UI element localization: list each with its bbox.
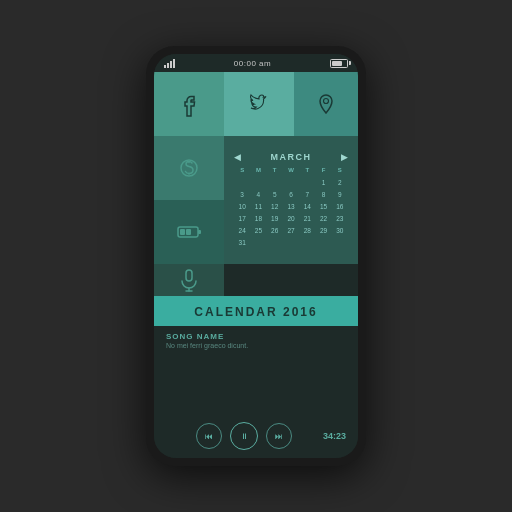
calendar-banner-text: CALENDAR 2016 (194, 305, 317, 319)
svg-rect-5 (198, 230, 201, 234)
next-button[interactable]: ⏭ (266, 423, 292, 449)
next-icon: ⏭ (275, 432, 283, 441)
calendar-widget: ◀ MARCH ▶ S M T W T F S (228, 150, 354, 251)
battery-icon (330, 59, 348, 68)
signal-icon (164, 58, 175, 68)
player-controls: ⏮ ⏸ ⏭ (166, 422, 323, 450)
app-grid: ◀ MARCH ▶ S M T W T F S (154, 72, 358, 296)
cal-month-label: MARCH (271, 152, 312, 162)
battery-cell (154, 200, 224, 264)
twitter-cell[interactable] (224, 72, 294, 136)
cal-row-1: 1 2 (234, 177, 348, 188)
battery-status-icon (173, 216, 205, 248)
calendar-cell: ◀ MARCH ▶ S M T W T F S (224, 136, 358, 264)
twitter-icon (243, 88, 275, 120)
calendar-banner: CALENDAR 2016 (154, 296, 358, 326)
phone-device: 00:00 am (146, 46, 366, 466)
mic-icon (173, 264, 205, 296)
music-player: SONG NAME No mei ferri graeco dicunt. ⏮ … (154, 326, 358, 458)
song-name: SONG NAME (166, 332, 346, 341)
status-time: 00:00 am (234, 59, 271, 68)
mic-cell[interactable] (154, 264, 224, 296)
skype-cell[interactable] (154, 136, 224, 200)
facebook-cell[interactable] (154, 72, 224, 136)
phone-screen: 00:00 am (154, 54, 358, 458)
skype-icon (173, 152, 205, 184)
player-controls-row: ⏮ ⏸ ⏭ 34:23 (166, 422, 346, 450)
cal-prev-btn[interactable]: ◀ (234, 152, 241, 162)
cal-row-6: 31 (234, 237, 348, 248)
battery-fill (332, 61, 342, 66)
cal-header-row: S M T W T F S (234, 165, 348, 176)
facebook-icon (173, 88, 205, 120)
pause-button[interactable]: ⏸ (230, 422, 258, 450)
svg-point-0 (324, 99, 329, 104)
cal-row-3: 10 11 12 13 14 15 16 (234, 201, 348, 212)
location-icon (310, 88, 342, 120)
prev-icon: ⏮ (205, 432, 213, 441)
song-desc: No mei ferri graeco dicunt. (166, 342, 346, 349)
svg-rect-8 (186, 270, 192, 281)
time-display: 34:23 (323, 431, 346, 441)
cal-row-5: 24 25 26 27 28 29 30 (234, 225, 348, 236)
cal-row-4: 17 18 19 20 21 22 23 (234, 213, 348, 224)
status-bar: 00:00 am (154, 54, 358, 72)
location-cell[interactable] (294, 72, 358, 136)
svg-rect-7 (186, 229, 191, 235)
cal-grid: S M T W T F S (234, 165, 348, 248)
pause-icon: ⏸ (240, 432, 248, 441)
svg-rect-6 (180, 229, 185, 235)
cal-row-2: 3 4 5 6 7 8 9 (234, 189, 348, 200)
song-info: SONG NAME No mei ferri graeco dicunt. (166, 332, 346, 349)
cal-header: ◀ MARCH ▶ (234, 152, 348, 162)
cal-next-btn[interactable]: ▶ (341, 152, 348, 162)
prev-button[interactable]: ⏮ (196, 423, 222, 449)
